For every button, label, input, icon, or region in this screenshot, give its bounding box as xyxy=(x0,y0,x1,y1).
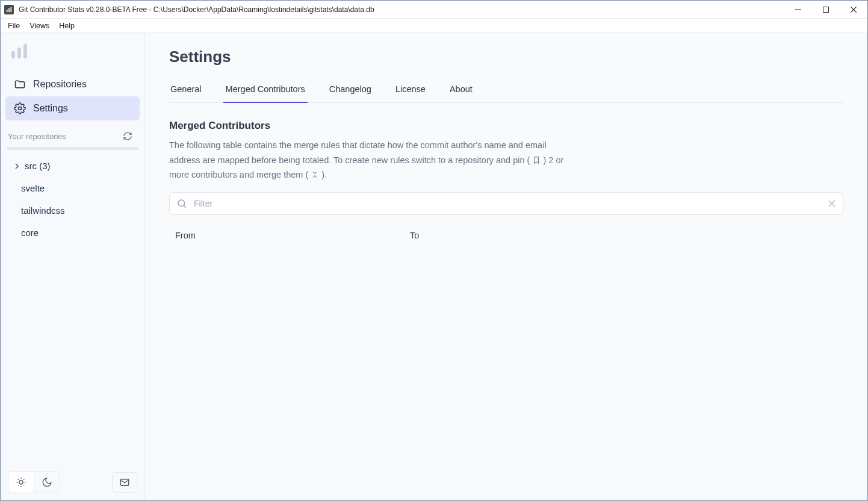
svg-rect-1 xyxy=(8,8,10,12)
filter-input[interactable] xyxy=(169,192,843,215)
column-to[interactable]: To xyxy=(410,231,837,240)
svg-point-11 xyxy=(19,481,23,484)
sidebar-item-label: Settings xyxy=(33,103,68,114)
main-content: Settings General Merged Contributors Cha… xyxy=(145,33,867,500)
repo-label: src (3) xyxy=(25,161,51,171)
chevron-right-icon xyxy=(13,162,21,170)
repo-label: tailwindcss xyxy=(21,205,65,216)
sidebar: Repositories Settings Your repositories … xyxy=(1,33,145,500)
page-title: Settings xyxy=(169,48,843,66)
minimize-button[interactable] xyxy=(784,1,812,18)
section-title: Merged Contributors xyxy=(169,120,843,132)
svg-rect-9 xyxy=(23,44,27,58)
menu-file[interactable]: File xyxy=(3,20,25,31)
menu-help[interactable]: Help xyxy=(54,20,79,31)
tab-general[interactable]: General xyxy=(169,79,203,102)
svg-rect-4 xyxy=(823,7,829,12)
section-description: The following table contains the merge r… xyxy=(169,138,578,182)
repo-label: core xyxy=(21,228,39,238)
maximize-button[interactable] xyxy=(812,1,840,18)
repo-item-svelte[interactable]: svelte xyxy=(5,177,140,199)
window-title: Git Contributor Stats v0.28.0-BETA Free … xyxy=(19,5,374,14)
gear-icon xyxy=(14,102,26,114)
settings-tabs: General Merged Contributors Changelog Li… xyxy=(169,79,843,103)
sidebar-item-settings[interactable]: Settings xyxy=(5,96,140,120)
clear-icon[interactable] xyxy=(828,199,836,208)
folder-icon xyxy=(14,78,26,90)
your-repositories-label: Your repositories xyxy=(8,132,66,141)
mail-icon xyxy=(119,477,130,488)
sun-icon xyxy=(16,477,26,488)
svg-rect-8 xyxy=(17,48,21,58)
svg-point-13 xyxy=(178,200,185,207)
logo-icon xyxy=(5,40,140,72)
refresh-icon[interactable] xyxy=(123,131,132,141)
theme-dark-button[interactable] xyxy=(34,472,60,493)
close-button[interactable] xyxy=(840,1,867,18)
sidebar-item-label: Repositories xyxy=(33,79,87,90)
bookmark-icon xyxy=(532,156,541,164)
sidebar-item-repositories[interactable]: Repositories xyxy=(5,72,140,96)
svg-rect-2 xyxy=(11,7,12,11)
tab-merged-contributors[interactable]: Merged Contributors xyxy=(225,79,306,102)
svg-rect-0 xyxy=(7,10,8,12)
theme-light-button[interactable] xyxy=(8,472,34,493)
repo-label: svelte xyxy=(21,183,45,193)
feedback-button[interactable] xyxy=(112,472,137,493)
merge-icon xyxy=(311,170,319,179)
svg-point-10 xyxy=(19,107,22,110)
tab-about[interactable]: About xyxy=(448,79,474,102)
tab-changelog[interactable]: Changelog xyxy=(328,79,373,102)
titlebar: Git Contributor Stats v0.28.0-BETA Free … xyxy=(1,1,867,19)
moon-icon xyxy=(42,477,52,488)
repo-item-tailwindcss[interactable]: tailwindcss xyxy=(5,199,140,222)
app-icon xyxy=(4,5,14,14)
table-header: From To xyxy=(169,231,843,240)
sidebar-section-label: Your repositories xyxy=(5,120,140,145)
repo-group-src[interactable]: src (3) xyxy=(5,155,140,177)
menu-views[interactable]: Views xyxy=(25,20,54,31)
repo-progress-bar xyxy=(7,147,138,150)
repo-item-core[interactable]: core xyxy=(5,222,140,244)
theme-toggle xyxy=(8,471,60,493)
search-icon xyxy=(176,198,187,209)
svg-rect-7 xyxy=(11,51,15,58)
menubar: File Views Help xyxy=(1,19,867,33)
column-from[interactable]: From xyxy=(175,231,410,240)
tab-license[interactable]: License xyxy=(394,79,427,102)
